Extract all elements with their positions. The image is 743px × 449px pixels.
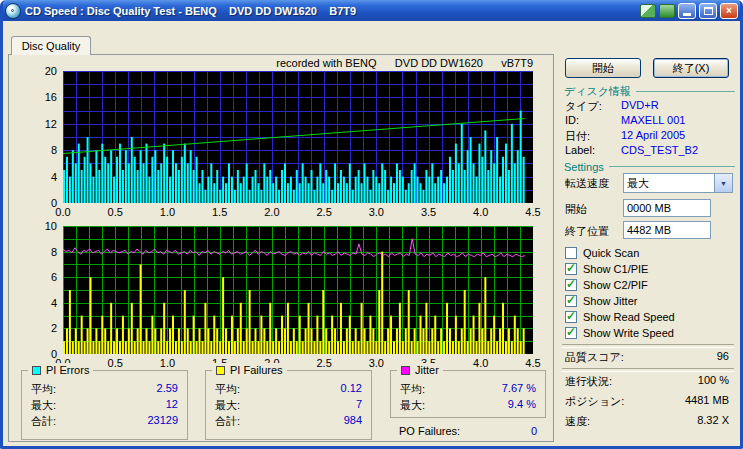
speed-row: 速度:8.32 X — [565, 414, 729, 429]
show-read-speed-label: Show Read Speed — [583, 311, 675, 323]
disc-id-row: ID:MAXELL 001 — [565, 114, 735, 127]
disc-date-value: 12 April 2005 — [621, 129, 685, 141]
tab-disc-quality[interactable]: Disc Quality — [11, 36, 91, 55]
show-write-speed-checkbox[interactable] — [565, 327, 577, 339]
quick-scan-checkbox[interactable] — [565, 247, 577, 259]
show-c1-pie-label: Show C1/PIE — [583, 263, 648, 275]
window-title: CD Speed : Disc Quality Test - BENQ DVD … — [25, 5, 636, 17]
po-failures-value: 0 — [531, 425, 537, 437]
x-tick-label: 1.0 — [153, 357, 181, 369]
chevron-down-icon[interactable]: ▼ — [714, 174, 732, 192]
x-tick-label: 1.5 — [206, 206, 234, 218]
disc-type-row: タイプ:DVD+R — [565, 99, 735, 112]
disc-type-value: DVD+R — [621, 99, 659, 111]
x-tick-label: 2.5 — [310, 206, 338, 218]
disc-info-header: ディスク情報 — [564, 85, 735, 98]
stat-label: 平均: — [215, 382, 240, 397]
close-button[interactable]: × — [720, 3, 738, 19]
bottom-chart-y-axis: 1086420 — [33, 226, 59, 354]
x-tick-label: 3.5 — [415, 206, 443, 218]
stat-value: 7 — [356, 398, 362, 413]
checkbox-row-quick-scan[interactable]: Quick Scan — [565, 246, 735, 260]
stat-value: 0.12 — [341, 382, 362, 397]
stat-label: 最大: — [31, 398, 56, 413]
show-c1-pie-checkbox[interactable] — [565, 263, 577, 275]
pi-errors-legend-label: PI Errors — [46, 364, 89, 376]
y-tick-label: 16 — [33, 91, 57, 103]
maximize-button[interactable] — [699, 3, 717, 19]
y-tick-label: 2 — [33, 322, 57, 334]
checkbox-row-show-read-speed[interactable]: Show Read Speed — [565, 310, 735, 324]
show-c2-pif-checkbox[interactable] — [565, 279, 577, 291]
checkbox-row-show-write-speed[interactable]: Show Write Speed — [565, 326, 735, 340]
progress-value: 100 % — [698, 374, 729, 389]
exit-button[interactable]: 終了(X) — [653, 58, 729, 78]
y-tick-label: 20 — [33, 65, 57, 77]
titlebar-tool-icon-1[interactable] — [640, 4, 656, 18]
end-position-input[interactable] — [623, 221, 711, 239]
stat-value: 2.59 — [157, 382, 178, 397]
transfer-speed-select[interactable]: 最大 ▼ — [623, 173, 733, 193]
start-position-label: 開始 — [565, 202, 587, 217]
disc-date-label: 日付: — [565, 129, 590, 144]
start-position-input[interactable] — [623, 199, 711, 217]
pi-failures-jitter-chart — [63, 226, 533, 354]
stat-value: 12 — [166, 398, 178, 413]
transfer-speed-label: 転送速度 — [565, 176, 609, 191]
quality-score-row: 品質スコア: 96 — [565, 350, 729, 365]
settings-header: Settings — [564, 160, 735, 173]
x-tick-label: 0.5 — [101, 206, 129, 218]
maximize-icon — [704, 7, 713, 15]
pi-failures-stats-group: PI Failures 平均:0.12 最大:7 合計:984 — [205, 370, 372, 440]
jitter-stats-group: Jitter 平均:7.67 % 最大:9.4 % — [390, 370, 546, 418]
disc-label-row: Label:CDS_TEST_B2 — [565, 144, 735, 157]
disc-id-value: MAXELL 001 — [621, 114, 685, 126]
disc-type-label: タイプ: — [565, 99, 602, 114]
titlebar-controls: × — [640, 3, 738, 19]
pi-errors-legend-swatch — [32, 366, 41, 375]
top-chart-y-axis: 201612840 — [33, 71, 59, 203]
x-tick-label: 2.5 — [310, 357, 338, 369]
checkbox-row-show-jitter[interactable]: Show Jitter — [565, 294, 735, 308]
checkbox-row-show-c2-pif[interactable]: Show C2/PIF — [565, 278, 735, 292]
stat-label: 最大: — [400, 398, 425, 413]
progress-row: 進行状況:100 % — [565, 374, 729, 389]
x-tick-label: 2.0 — [258, 206, 286, 218]
jitter-legend-swatch — [401, 366, 410, 375]
position-row: ポジション:4481 MB — [565, 394, 729, 409]
titlebar-tool-icon-2[interactable] — [659, 4, 675, 18]
minimize-button[interactable] — [678, 3, 696, 19]
x-tick-label: 4.5 — [519, 357, 547, 369]
position-label: ポジション: — [565, 394, 624, 409]
stat-label: 合計: — [31, 414, 56, 429]
y-tick-label: 8 — [33, 144, 57, 156]
checkbox-row-show-c1-pie[interactable]: Show C1/PIE — [565, 262, 735, 276]
x-tick-label: 3.0 — [362, 206, 390, 218]
disc-label-value: CDS_TEST_B2 — [621, 144, 698, 156]
titlebar[interactable]: CD Speed : Disc Quality Test - BENQ DVD … — [0, 0, 743, 21]
separator-line — [609, 166, 735, 167]
stat-value: 984 — [344, 414, 362, 429]
quality-score-value: 96 — [717, 350, 729, 365]
start-button[interactable]: 開始 — [565, 58, 641, 78]
y-tick-label: 12 — [33, 118, 57, 130]
show-jitter-label: Show Jitter — [583, 295, 637, 307]
x-tick-label: 4.5 — [519, 206, 547, 218]
transfer-speed-value: 最大 — [624, 176, 714, 191]
y-tick-label: 4 — [33, 297, 57, 309]
quality-score-label: 品質スコア: — [565, 350, 624, 365]
end-position-label: 終了位置 — [565, 224, 609, 239]
tab-page: recorded with BENQ DVD DD DW1620 vB7T9 2… — [8, 54, 554, 442]
pi-errors-chart-svg — [63, 71, 533, 203]
chart-annotation: recorded with BENQ DVD DD DW1620 vB7T9 — [67, 57, 533, 69]
disc-label-label: Label: — [565, 144, 595, 156]
x-tick-label: 0.0 — [49, 206, 77, 218]
show-read-speed-checkbox[interactable] — [565, 311, 577, 323]
cd-speed-app-icon — [5, 3, 21, 19]
show-write-speed-label: Show Write Speed — [583, 327, 674, 339]
position-value: 4481 MB — [685, 394, 729, 409]
app-window: CD Speed : Disc Quality Test - BENQ DVD … — [0, 0, 743, 449]
x-tick-label: 3.0 — [362, 357, 390, 369]
disc-info-header-label: ディスク情報 — [564, 84, 631, 99]
show-jitter-checkbox[interactable] — [565, 295, 577, 307]
